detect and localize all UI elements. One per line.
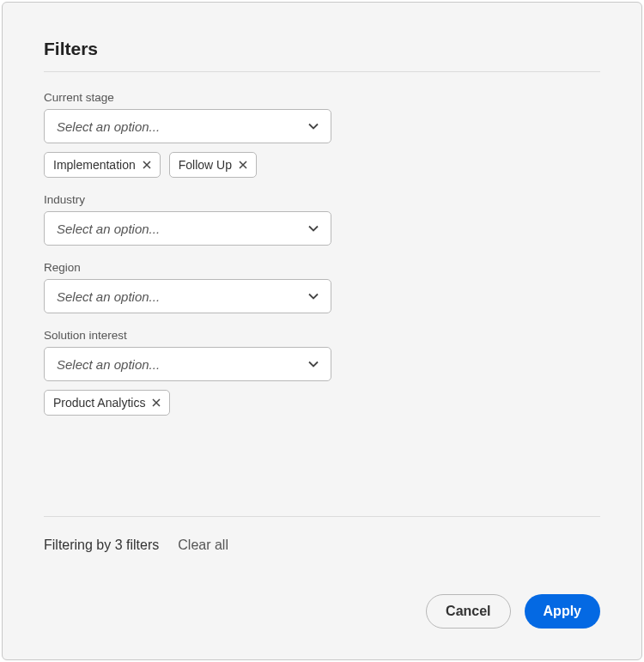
select-placeholder: Select an option...: [57, 222, 160, 236]
chevron-down-icon: [308, 291, 319, 301]
chip-label: Follow Up: [179, 158, 232, 172]
select-placeholder: Select an option...: [57, 289, 160, 304]
dialog-title: Filters: [44, 39, 600, 59]
cancel-button[interactable]: Cancel: [426, 594, 510, 629]
industry-select[interactable]: Select an option...: [44, 211, 331, 246]
apply-button[interactable]: Apply: [525, 594, 600, 629]
chip-label: Implementation: [53, 158, 136, 172]
filters-body: Current stage Select an option... Implem…: [44, 72, 600, 516]
filter-group-current-stage: Current stage Select an option... Implem…: [44, 91, 600, 178]
chevron-down-icon: [308, 121, 319, 131]
filter-group-industry: Industry Select an option...: [44, 193, 600, 246]
chip-label: Product Analytics: [53, 396, 145, 410]
chevron-down-icon: [308, 223, 319, 234]
chip-follow-up[interactable]: Follow Up: [169, 152, 257, 178]
current-stage-chips: Implementation Follow Up: [44, 152, 600, 178]
chevron-down-icon: [308, 359, 319, 369]
clear-all-link[interactable]: Clear all: [178, 537, 228, 553]
region-label: Region: [44, 261, 600, 274]
filter-group-region: Region Select an option...: [44, 261, 600, 313]
footer-info: Filtering by 3 filters Clear all: [44, 517, 600, 594]
current-stage-select[interactable]: Select an option...: [44, 109, 331, 143]
select-placeholder: Select an option...: [57, 119, 160, 134]
chip-implementation[interactable]: Implementation: [44, 152, 161, 178]
solution-interest-select[interactable]: Select an option...: [44, 347, 331, 381]
close-icon[interactable]: [152, 398, 161, 407]
solution-interest-label: Solution interest: [44, 329, 600, 342]
filter-count-text: Filtering by 3 filters: [44, 537, 159, 553]
industry-label: Industry: [44, 193, 600, 206]
region-select[interactable]: Select an option...: [44, 279, 331, 313]
select-placeholder: Select an option...: [57, 357, 160, 372]
chip-product-analytics[interactable]: Product Analytics: [44, 390, 170, 416]
current-stage-label: Current stage: [44, 91, 600, 104]
dialog-actions: Cancel Apply: [44, 594, 600, 629]
close-icon[interactable]: [143, 161, 151, 169]
filter-group-solution-interest: Solution interest Select an option... Pr…: [44, 329, 600, 416]
filters-dialog: Filters Current stage Select an option..…: [2, 2, 642, 660]
close-icon[interactable]: [239, 161, 247, 169]
solution-interest-chips: Product Analytics: [44, 390, 600, 416]
